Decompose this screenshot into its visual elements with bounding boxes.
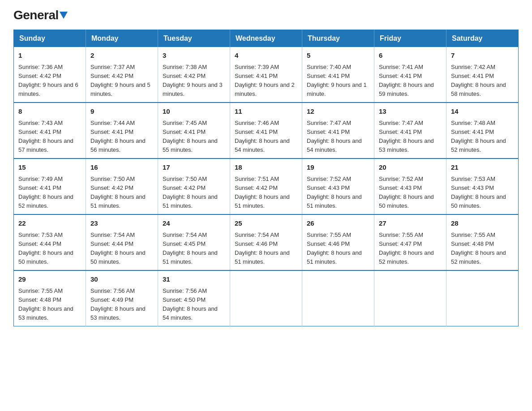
day-info: Sunrise: 7:41 AM Sunset: 4:41 PM Dayligh… (379, 63, 442, 99)
day-info: Sunrise: 7:54 AM Sunset: 4:44 PM Dayligh… (90, 231, 153, 267)
calendar-cell: 28 Sunrise: 7:55 AM Sunset: 4:48 PM Dayl… (446, 214, 519, 270)
calendar-cell: 26 Sunrise: 7:55 AM Sunset: 4:46 PM Dayl… (302, 214, 374, 270)
page-header: General (13, 9, 519, 21)
logo-text: General (13, 9, 68, 21)
day-number: 29 (18, 274, 81, 285)
day-info: Sunrise: 7:55 AM Sunset: 4:47 PM Dayligh… (379, 231, 442, 267)
day-number: 3 (163, 51, 225, 61)
calendar-cell: 21 Sunrise: 7:53 AM Sunset: 4:43 PM Dayl… (446, 158, 519, 214)
day-number: 15 (18, 163, 81, 173)
day-info: Sunrise: 7:55 AM Sunset: 4:48 PM Dayligh… (18, 287, 81, 323)
day-number: 18 (235, 163, 297, 173)
day-number: 9 (90, 107, 153, 117)
calendar-cell: 12 Sunrise: 7:47 AM Sunset: 4:41 PM Dayl… (302, 103, 374, 158)
day-info: Sunrise: 7:55 AM Sunset: 4:48 PM Dayligh… (451, 231, 514, 267)
day-number: 11 (235, 107, 297, 117)
calendar-cell: 23 Sunrise: 7:54 AM Sunset: 4:44 PM Dayl… (86, 214, 158, 270)
col-header-wednesday: Wednesday (230, 30, 302, 47)
day-number: 21 (451, 163, 514, 173)
day-info: Sunrise: 7:50 AM Sunset: 4:42 PM Dayligh… (90, 175, 153, 211)
day-info: Sunrise: 7:52 AM Sunset: 4:43 PM Dayligh… (379, 175, 442, 211)
logo: General (13, 9, 68, 21)
day-number: 14 (451, 107, 514, 117)
calendar-cell: 5 Sunrise: 7:40 AM Sunset: 4:41 PM Dayli… (302, 47, 374, 103)
day-info: Sunrise: 7:47 AM Sunset: 4:41 PM Dayligh… (379, 119, 442, 155)
calendar-cell: 19 Sunrise: 7:52 AM Sunset: 4:43 PM Dayl… (302, 158, 374, 214)
calendar-cell: 3 Sunrise: 7:38 AM Sunset: 4:42 PM Dayli… (158, 47, 230, 103)
calendar-cell (302, 270, 374, 326)
calendar-cell: 1 Sunrise: 7:36 AM Sunset: 4:42 PM Dayli… (14, 47, 86, 103)
day-number: 31 (163, 274, 225, 285)
day-number: 22 (18, 218, 81, 229)
day-number: 4 (235, 51, 297, 61)
day-info: Sunrise: 7:42 AM Sunset: 4:41 PM Dayligh… (451, 63, 514, 99)
day-number: 10 (163, 107, 225, 117)
calendar-cell: 22 Sunrise: 7:53 AM Sunset: 4:44 PM Dayl… (14, 214, 86, 270)
col-header-saturday: Saturday (446, 30, 519, 47)
col-header-thursday: Thursday (302, 30, 374, 47)
day-number: 27 (379, 218, 442, 229)
day-info: Sunrise: 7:50 AM Sunset: 4:42 PM Dayligh… (163, 175, 225, 211)
day-number: 24 (163, 218, 225, 229)
col-header-tuesday: Tuesday (158, 30, 230, 47)
day-number: 13 (379, 107, 442, 117)
calendar-cell: 27 Sunrise: 7:55 AM Sunset: 4:47 PM Dayl… (374, 214, 446, 270)
day-info: Sunrise: 7:38 AM Sunset: 4:42 PM Dayligh… (163, 63, 225, 99)
calendar-cell: 11 Sunrise: 7:46 AM Sunset: 4:41 PM Dayl… (230, 103, 302, 158)
day-number: 8 (18, 107, 81, 117)
day-info: Sunrise: 7:45 AM Sunset: 4:41 PM Dayligh… (163, 119, 225, 155)
calendar-cell: 16 Sunrise: 7:50 AM Sunset: 4:42 PM Dayl… (86, 158, 158, 214)
logo-triangle-icon (60, 12, 68, 19)
day-number: 26 (307, 218, 369, 229)
calendar-week-2: 8 Sunrise: 7:43 AM Sunset: 4:41 PM Dayli… (14, 103, 519, 158)
calendar-week-4: 22 Sunrise: 7:53 AM Sunset: 4:44 PM Dayl… (14, 214, 519, 270)
day-number: 25 (235, 218, 297, 229)
calendar-week-1: 1 Sunrise: 7:36 AM Sunset: 4:42 PM Dayli… (14, 47, 519, 103)
calendar-cell: 30 Sunrise: 7:56 AM Sunset: 4:49 PM Dayl… (86, 270, 158, 326)
col-header-friday: Friday (374, 30, 446, 47)
day-number: 23 (90, 218, 153, 229)
calendar-cell: 14 Sunrise: 7:48 AM Sunset: 4:41 PM Dayl… (446, 103, 519, 158)
day-number: 30 (90, 274, 153, 285)
day-number: 28 (451, 218, 514, 229)
day-number: 2 (90, 51, 153, 61)
calendar-cell: 15 Sunrise: 7:49 AM Sunset: 4:41 PM Dayl… (14, 158, 86, 214)
calendar-week-5: 29 Sunrise: 7:55 AM Sunset: 4:48 PM Dayl… (14, 270, 519, 326)
calendar-cell: 31 Sunrise: 7:56 AM Sunset: 4:50 PM Dayl… (158, 270, 230, 326)
day-number: 19 (307, 163, 369, 173)
calendar-cell: 24 Sunrise: 7:54 AM Sunset: 4:45 PM Dayl… (158, 214, 230, 270)
day-number: 6 (379, 51, 442, 61)
calendar-cell: 20 Sunrise: 7:52 AM Sunset: 4:43 PM Dayl… (374, 158, 446, 214)
day-info: Sunrise: 7:52 AM Sunset: 4:43 PM Dayligh… (307, 175, 369, 211)
calendar-cell: 18 Sunrise: 7:51 AM Sunset: 4:42 PM Dayl… (230, 158, 302, 214)
day-number: 5 (307, 51, 369, 61)
calendar-cell (446, 270, 519, 326)
calendar-cell: 25 Sunrise: 7:54 AM Sunset: 4:46 PM Dayl… (230, 214, 302, 270)
calendar-cell: 29 Sunrise: 7:55 AM Sunset: 4:48 PM Dayl… (14, 270, 86, 326)
day-info: Sunrise: 7:55 AM Sunset: 4:46 PM Dayligh… (307, 231, 369, 267)
day-info: Sunrise: 7:53 AM Sunset: 4:43 PM Dayligh… (451, 175, 514, 211)
day-info: Sunrise: 7:46 AM Sunset: 4:41 PM Dayligh… (235, 119, 297, 155)
calendar-cell (230, 270, 302, 326)
day-info: Sunrise: 7:47 AM Sunset: 4:41 PM Dayligh… (307, 119, 369, 155)
calendar-cell: 7 Sunrise: 7:42 AM Sunset: 4:41 PM Dayli… (446, 47, 519, 103)
day-info: Sunrise: 7:43 AM Sunset: 4:41 PM Dayligh… (18, 119, 81, 155)
calendar-cell: 8 Sunrise: 7:43 AM Sunset: 4:41 PM Dayli… (14, 103, 86, 158)
day-info: Sunrise: 7:44 AM Sunset: 4:41 PM Dayligh… (90, 119, 153, 155)
calendar-cell: 2 Sunrise: 7:37 AM Sunset: 4:42 PM Dayli… (86, 47, 158, 103)
calendar-cell: 10 Sunrise: 7:45 AM Sunset: 4:41 PM Dayl… (158, 103, 230, 158)
day-number: 16 (90, 163, 153, 173)
day-info: Sunrise: 7:56 AM Sunset: 4:49 PM Dayligh… (90, 287, 153, 323)
day-info: Sunrise: 7:49 AM Sunset: 4:41 PM Dayligh… (18, 175, 81, 211)
calendar-header-row: SundayMondayTuesdayWednesdayThursdayFrid… (14, 30, 519, 47)
calendar-cell: 13 Sunrise: 7:47 AM Sunset: 4:41 PM Dayl… (374, 103, 446, 158)
day-info: Sunrise: 7:48 AM Sunset: 4:41 PM Dayligh… (451, 119, 514, 155)
col-header-sunday: Sunday (14, 30, 86, 47)
calendar-week-3: 15 Sunrise: 7:49 AM Sunset: 4:41 PM Dayl… (14, 158, 519, 214)
day-number: 20 (379, 163, 442, 173)
calendar-cell: 17 Sunrise: 7:50 AM Sunset: 4:42 PM Dayl… (158, 158, 230, 214)
day-info: Sunrise: 7:51 AM Sunset: 4:42 PM Dayligh… (235, 175, 297, 211)
day-info: Sunrise: 7:36 AM Sunset: 4:42 PM Dayligh… (18, 63, 81, 99)
calendar-cell (374, 270, 446, 326)
day-info: Sunrise: 7:54 AM Sunset: 4:45 PM Dayligh… (163, 231, 225, 267)
